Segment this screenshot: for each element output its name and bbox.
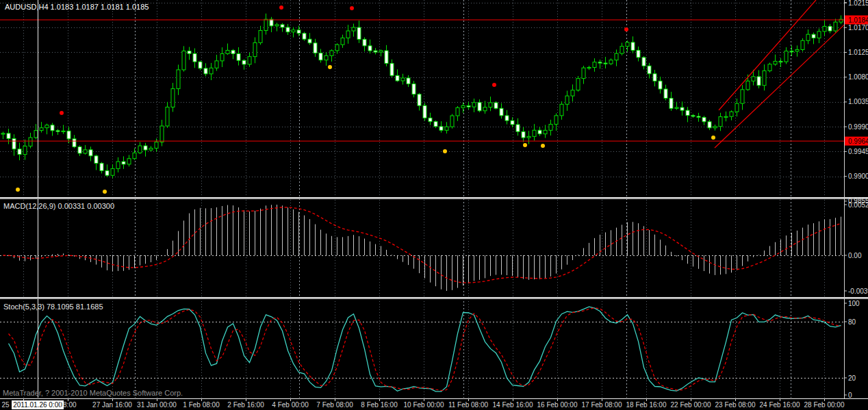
candle-body bbox=[122, 162, 125, 164]
candle-body bbox=[533, 130, 536, 136]
candle-body bbox=[73, 139, 76, 147]
candle-body bbox=[757, 77, 761, 86]
candle-body bbox=[675, 107, 678, 108]
candle-body bbox=[94, 156, 98, 164]
candle-body bbox=[784, 51, 788, 62]
candle-body bbox=[78, 146, 81, 153]
candle-body bbox=[177, 70, 180, 89]
time-label: 16 Feb 00:00 bbox=[537, 401, 578, 409]
candle-body bbox=[571, 90, 574, 96]
candle-body bbox=[379, 51, 383, 52]
buy-signal-dot bbox=[541, 144, 545, 148]
candle-body bbox=[160, 126, 164, 142]
candle-body bbox=[23, 146, 27, 154]
time-label: 10 Feb 00:00 bbox=[404, 401, 444, 409]
candle-body bbox=[834, 22, 837, 31]
candle-body bbox=[182, 51, 186, 69]
candle-body bbox=[308, 39, 311, 43]
candle-body bbox=[752, 77, 755, 81]
candle-body bbox=[505, 116, 509, 120]
candle-body bbox=[582, 68, 585, 79]
candle-body bbox=[434, 122, 437, 127]
candle-body bbox=[456, 107, 459, 116]
time-label: 4 Feb 00:00 bbox=[272, 401, 309, 409]
candle-body bbox=[445, 127, 448, 130]
candle-body bbox=[357, 27, 361, 39]
candle-body bbox=[303, 34, 306, 39]
candle-body bbox=[226, 51, 229, 54]
candle-body bbox=[89, 150, 92, 156]
candle-body bbox=[642, 57, 646, 66]
candle-body bbox=[144, 146, 147, 150]
candle-body bbox=[29, 138, 32, 146]
candle-body bbox=[587, 67, 591, 68]
candle-body bbox=[407, 78, 410, 84]
candle-body bbox=[500, 108, 503, 116]
candle-body bbox=[429, 118, 432, 121]
candle-body bbox=[609, 60, 613, 64]
candle-body bbox=[67, 131, 71, 139]
candle-body bbox=[324, 55, 328, 60]
candle-body bbox=[84, 150, 87, 153]
candle-body bbox=[100, 164, 103, 171]
candle-body bbox=[314, 43, 317, 53]
stoch-tick-label: 100 bbox=[848, 300, 860, 307]
candle-body bbox=[598, 62, 602, 63]
candle-body bbox=[319, 53, 322, 60]
candle-body bbox=[741, 90, 744, 103]
candle-body bbox=[489, 103, 492, 107]
candle-body bbox=[686, 110, 689, 115]
candle-body bbox=[127, 159, 131, 164]
time-label: 2 Feb 16:00 bbox=[227, 401, 264, 409]
candle-body bbox=[51, 125, 54, 131]
sell-signal-dot bbox=[279, 5, 283, 10]
candle-body bbox=[242, 60, 246, 64]
candle-body bbox=[680, 107, 684, 110]
candle-body bbox=[155, 142, 158, 149]
candle-body bbox=[40, 128, 43, 131]
candle-body bbox=[237, 54, 240, 61]
candle-body bbox=[735, 103, 739, 112]
time-label: 27 Jan 16:00 bbox=[92, 401, 132, 409]
macd-tick-label: -0.00394 bbox=[848, 287, 868, 295]
candle-body bbox=[18, 149, 21, 155]
candle-body bbox=[615, 53, 618, 60]
candle-body bbox=[275, 25, 279, 26]
buy-signal-dot bbox=[103, 190, 107, 194]
candle-body bbox=[281, 25, 284, 27]
candle-body bbox=[817, 31, 821, 38]
price-tick-label: 0.9945 bbox=[848, 148, 868, 155]
candle-body bbox=[56, 131, 60, 131]
candle-body bbox=[248, 57, 251, 64]
time-label: 23 Feb 08:00 bbox=[715, 401, 756, 409]
price-tick-label: 0.9990 bbox=[848, 123, 868, 131]
candle-body bbox=[724, 116, 728, 117]
candle-body bbox=[549, 125, 552, 131]
candle-body bbox=[231, 51, 235, 54]
candle-body bbox=[286, 27, 290, 32]
candle-body bbox=[702, 117, 706, 121]
candle-body bbox=[209, 68, 213, 74]
candle-body bbox=[12, 138, 16, 149]
candle-body bbox=[522, 131, 525, 138]
sell-signal-dot bbox=[492, 83, 496, 87]
buy-signal-dot bbox=[328, 65, 332, 69]
candle-body bbox=[138, 146, 142, 153]
time-label: 17 Feb 08:00 bbox=[582, 401, 622, 409]
candle-body bbox=[659, 81, 662, 89]
candle-body bbox=[390, 64, 394, 76]
candle-body bbox=[253, 42, 257, 56]
candle-body bbox=[396, 75, 399, 81]
candle-body bbox=[418, 94, 421, 106]
candle-body bbox=[111, 168, 114, 175]
candle-body bbox=[292, 30, 295, 32]
candle-body bbox=[220, 53, 224, 60]
stoch-tick-label: 80 bbox=[848, 318, 856, 326]
candle-body bbox=[631, 42, 635, 51]
candle-body bbox=[763, 71, 766, 85]
candle-body bbox=[478, 103, 481, 111]
time-label: 1 Feb 08:00 bbox=[183, 401, 220, 409]
time-label: 24 Feb 16:00 bbox=[760, 401, 800, 409]
candle-body bbox=[297, 30, 301, 34]
chart-canvas[interactable]: 1.02151.01701.01251.00801.00350.99900.99… bbox=[0, 0, 868, 410]
